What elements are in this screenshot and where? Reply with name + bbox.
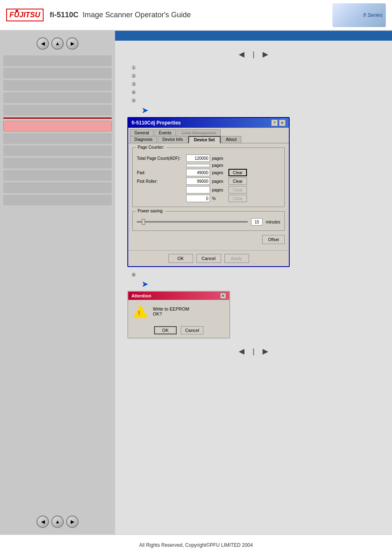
header-model: fi-5110C xyxy=(50,11,78,19)
pages-unit-1: pages xyxy=(212,163,223,168)
slider-track[interactable] xyxy=(137,221,248,223)
nav-back-btn-bottom[interactable]: ◀ xyxy=(37,516,49,528)
total-value: 120000 xyxy=(186,154,210,162)
nav-back-btn[interactable]: ◀ xyxy=(37,37,49,50)
dialog-window: fi-5110Cdj Properties ? ✕ General Events… xyxy=(127,117,290,267)
footer: All Rights Reserved, Copyright©PFU LIMIT… xyxy=(0,534,392,555)
dialog-tabs-row1: General Events Color Management xyxy=(128,128,289,136)
percent-clear-btn[interactable]: Clear xyxy=(228,195,247,202)
progress-bar-1 xyxy=(186,164,210,167)
dialog-title: fi-5110Cdj Properties xyxy=(131,120,181,126)
tab-general[interactable]: General xyxy=(130,129,154,136)
step-3: ③ xyxy=(131,81,384,87)
sidebar-item xyxy=(3,55,112,66)
pad-unit: pages xyxy=(212,170,226,175)
pad-label: Pad: xyxy=(137,170,184,175)
slider-value-box: 15 xyxy=(251,218,263,226)
tab-device-info[interactable]: Device Info xyxy=(158,136,187,143)
percent-value: 0 xyxy=(186,195,210,202)
footer-text: All Rights Reserved, Copyright©PFU LIMIT… xyxy=(139,542,253,548)
sidebar-item xyxy=(3,68,112,78)
offset-row: Offset xyxy=(132,235,285,244)
pick-roller-value: 99000 xyxy=(186,177,210,185)
nav-forward-btn-bottom[interactable]: ▶ xyxy=(66,516,78,528)
warning-icon: ! xyxy=(133,305,148,318)
nav-separator: | xyxy=(253,50,255,59)
counter-row-pad: Pad: 49000 pages Clear xyxy=(137,169,280,176)
arrow-indicator-2: ➤ xyxy=(142,280,384,289)
pick-roller-label: Pick Roller: xyxy=(137,179,184,184)
step-1-num: ① xyxy=(131,65,142,71)
step-4-num: ④ xyxy=(131,90,142,95)
tab-about[interactable]: About xyxy=(221,136,241,143)
step-5: ⑤ xyxy=(131,98,384,104)
page-counter-label: Page Counter: xyxy=(136,145,166,150)
sidebar: ◀ ▲ ▶ ◀ ▲ ▶ xyxy=(0,31,115,534)
pick-roller-clear-btn[interactable]: Clear xyxy=(228,177,247,185)
sidebar-nav-top: ◀ ▲ ▶ xyxy=(3,37,112,50)
offset-btn[interactable]: Offset xyxy=(262,235,285,244)
bottom-nav-arrows: ◀ | ▶ xyxy=(123,347,384,356)
pick-roller-unit: pages xyxy=(212,179,226,184)
sidebar-item xyxy=(3,158,112,168)
step-6-num: ⑥ xyxy=(131,272,142,278)
dialog-cancel-btn[interactable]: Cancel xyxy=(196,254,221,263)
total-label: Total Page Count(ADF): xyxy=(137,156,184,161)
tab-device-set[interactable]: Device Set xyxy=(188,136,221,143)
nav-up-btn[interactable]: ▲ xyxy=(51,37,64,50)
bottom-next-arrow[interactable]: ▶ xyxy=(263,347,268,356)
sidebar-divider xyxy=(3,117,112,119)
main-layout: ◀ ▲ ▶ ◀ ▲ ▶ ◀ | ▶ xyxy=(0,31,392,534)
extra1-value xyxy=(186,186,210,193)
sidebar-item-highlight[interactable] xyxy=(3,121,112,131)
pad-clear-btn[interactable]: Clear xyxy=(228,169,247,176)
dialog-apply-btn[interactable]: Apply xyxy=(224,254,249,263)
attention-close-btn[interactable]: ✕ xyxy=(220,293,226,299)
dialog-title-buttons: ? ✕ xyxy=(271,120,286,126)
prev-arrow[interactable]: ◀ xyxy=(239,50,244,59)
bottom-prev-arrow[interactable]: ◀ xyxy=(239,347,244,356)
page-counter-section: Page Counter: Total Page Count(ADF): 120… xyxy=(132,147,285,207)
dialog-close-btn[interactable]: ✕ xyxy=(279,120,286,126)
sidebar-item xyxy=(3,195,112,205)
sidebar-item xyxy=(3,133,112,144)
slider-thumb[interactable] xyxy=(142,219,145,225)
header-title: Image Scanner Operator's Guide xyxy=(83,11,191,19)
attention-cancel-btn[interactable]: Cancel xyxy=(181,326,203,334)
dialog-help-btn[interactable]: ? xyxy=(271,120,278,126)
step-2-num: ② xyxy=(131,73,142,79)
top-nav-arrows: ◀ | ▶ xyxy=(123,50,384,59)
sidebar-item xyxy=(3,145,112,156)
power-saving-section: Power saving: 15 minutes xyxy=(132,211,285,231)
attention-dialog-wrapper: Attention ✕ ! Write to EEPROM OK? OK xyxy=(127,291,230,339)
counter-row-pick-roller: Pick Roller: 99000 pages Clear xyxy=(137,177,280,185)
attention-ok-btn[interactable]: OK xyxy=(154,326,177,334)
step-4: ④ xyxy=(131,90,384,95)
step-5-num: ⑤ xyxy=(131,98,142,104)
percent-unit: % xyxy=(212,196,226,201)
attention-title: Attention xyxy=(131,293,151,298)
nav-forward-btn[interactable]: ▶ xyxy=(66,37,78,50)
counter-row-total: Total Page Count(ADF): 120000 pages xyxy=(137,154,280,162)
extra1-clear-btn[interactable]: Clear xyxy=(228,186,247,193)
sidebar-item xyxy=(3,92,112,103)
tab-color-management[interactable]: Color Management xyxy=(177,129,221,136)
tab-events[interactable]: Events xyxy=(154,129,176,136)
dialog-footer: OK Cancel Apply xyxy=(128,250,289,266)
sidebar-item xyxy=(3,170,112,181)
next-arrow[interactable]: ▶ xyxy=(263,50,268,59)
attention-body: ! Write to EEPROM OK? xyxy=(128,300,229,323)
sidebar-item xyxy=(3,182,112,193)
fujitsu-brand: FUJITSU xyxy=(9,11,40,19)
nav-up-btn-bottom[interactable]: ▲ xyxy=(51,516,64,528)
attention-message: Write to EEPROM OK? xyxy=(153,306,189,316)
fujitsu-logo: FUJITSU xyxy=(6,9,44,21)
total-unit: pages xyxy=(212,156,226,161)
tab-diagnosis[interactable]: Diagnosis xyxy=(130,136,157,143)
counter-row-progress1: pages xyxy=(137,163,280,168)
sidebar-item xyxy=(3,80,112,91)
power-saving-label: Power saving: xyxy=(136,209,165,213)
attention-footer: OK Cancel xyxy=(128,323,229,338)
counter-row-percent: 0 % Clear xyxy=(137,195,280,202)
dialog-ok-btn[interactable]: OK xyxy=(168,254,193,263)
